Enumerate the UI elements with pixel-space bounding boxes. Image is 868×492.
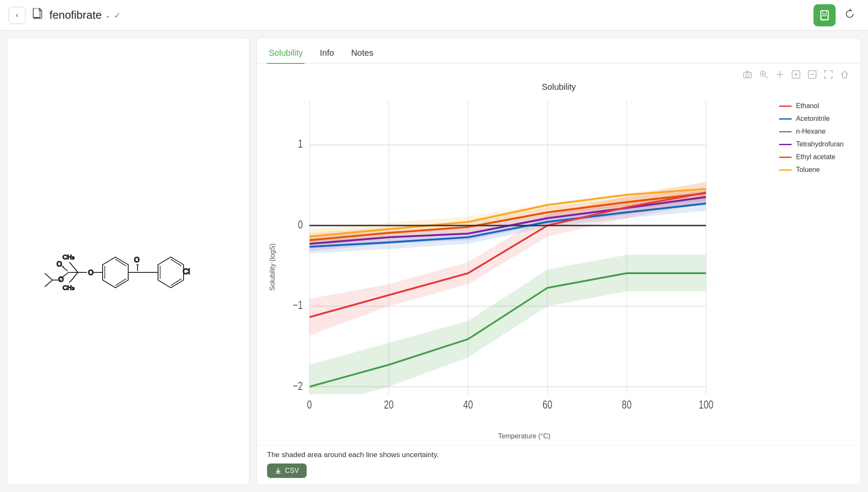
x-axis-label: Temperature (°C): [276, 431, 772, 440]
check-icon: ✓: [114, 10, 121, 20]
chart-container: Solubility (logS): [267, 94, 851, 440]
svg-point-36: [746, 74, 749, 77]
svg-marker-69: [310, 255, 706, 409]
legend-line-ethanol: [779, 106, 792, 107]
svg-text:−1: −1: [293, 298, 303, 312]
svg-text:O: O: [134, 256, 139, 263]
legend-item-toluene: Toluene: [779, 166, 844, 174]
legend-line-nhexane: [779, 131, 792, 132]
svg-line-38: [765, 76, 767, 78]
y-axis-label: Solubility (logS): [267, 94, 276, 440]
legend-label-thf: Tetrahydrofuran: [796, 140, 844, 148]
header-actions: [813, 4, 859, 26]
legend-line-ethylacetate: [779, 157, 792, 158]
tab-bar: Solubility Info Notes: [257, 38, 861, 63]
solubility-chart: 1 0 −1 −2 0 20 40 60 80 100: [276, 94, 772, 431]
svg-rect-76: [276, 473, 281, 474]
svg-text:O: O: [88, 269, 93, 276]
svg-rect-3: [821, 16, 828, 20]
molecule-structure: Cl O O: [30, 189, 226, 334]
legend-line-thf: [779, 144, 792, 145]
svg-line-21: [69, 272, 78, 283]
legend-label-toluene: Toluene: [796, 166, 820, 174]
svg-text:−2: −2: [293, 379, 303, 392]
svg-line-22: [69, 262, 78, 272]
legend-line-toluene: [779, 169, 792, 171]
chart-title: Solubility: [267, 82, 851, 92]
svg-rect-1: [821, 11, 828, 20]
home-button[interactable]: [839, 69, 851, 80]
legend-item-ethylacetate: Ethyl acetate: [779, 153, 844, 161]
uncertainty-text: The shaded area around each line shows u…: [267, 451, 851, 459]
title-area: fenofibrate ⌄ ✓: [49, 9, 807, 22]
legend-label-ethanol: Ethanol: [796, 102, 819, 110]
legend-line-acetonitrile: [779, 118, 792, 120]
svg-text:CH₃: CH₃: [63, 253, 75, 260]
svg-text:1: 1: [298, 137, 303, 151]
tab-info[interactable]: Info: [318, 43, 336, 64]
app-title: fenofibrate: [49, 9, 102, 22]
document-icon: [32, 8, 43, 23]
chart-footer: The shaded area around each line shows u…: [257, 445, 861, 485]
svg-text:0: 0: [298, 218, 303, 231]
fullscreen-button[interactable]: [822, 69, 834, 80]
legend-item-ethanol: Ethanol: [779, 102, 844, 110]
tab-solubility[interactable]: Solubility: [267, 43, 305, 64]
camera-button[interactable]: [742, 69, 753, 80]
chart-plot-area: 1 0 −1 −2 0 20 40 60 80 100: [276, 94, 772, 431]
svg-text:20: 20: [384, 398, 394, 411]
chart-toolbar: [267, 69, 851, 80]
svg-text:O: O: [57, 260, 62, 268]
svg-text:Cl: Cl: [183, 267, 190, 276]
svg-line-30: [45, 273, 52, 280]
header: ‹ fenofibrate ⌄ ✓: [0, 0, 868, 31]
molecule-panel: Cl O O: [7, 37, 250, 485]
svg-text:CH₃: CH₃: [63, 284, 75, 291]
chart-main: 1 0 −1 −2 0 20 40 60 80 100: [276, 94, 772, 440]
chevron-down-icon[interactable]: ⌄: [105, 12, 110, 19]
csv-download-button[interactable]: CSV: [267, 463, 307, 478]
svg-marker-4: [158, 257, 184, 288]
svg-text:O: O: [58, 276, 63, 283]
back-icon: ‹: [16, 11, 18, 20]
svg-text:40: 40: [463, 398, 473, 411]
csv-label: CSV: [285, 467, 299, 475]
zoom-button[interactable]: [758, 69, 770, 80]
legend-item-acetonitrile: Acetonitrile: [779, 115, 844, 123]
tab-notes[interactable]: Notes: [349, 43, 375, 64]
svg-marker-14: [103, 257, 128, 288]
legend-item-thf: Tetrahydrofuran: [779, 140, 844, 148]
svg-text:80: 80: [622, 398, 632, 411]
save-button[interactable]: [813, 4, 836, 26]
right-panel: Solubility Info Notes: [256, 37, 861, 485]
zoom-out-button[interactable]: [806, 69, 818, 80]
zoom-in-button[interactable]: [790, 69, 802, 80]
legend-label-acetonitrile: Acetonitrile: [796, 115, 830, 123]
refresh-button[interactable]: [841, 6, 859, 25]
crosshair-button[interactable]: [774, 69, 786, 80]
legend: Ethanol Acetonitrile n-Hexane Tetrahydro…: [772, 94, 851, 440]
svg-rect-2: [822, 11, 827, 14]
svg-line-31: [45, 280, 52, 287]
back-button[interactable]: ‹: [9, 7, 26, 24]
chart-area: Solubility Solubility (logS): [257, 63, 861, 445]
svg-line-25: [63, 267, 68, 271]
svg-text:60: 60: [543, 398, 552, 411]
svg-text:100: 100: [698, 398, 713, 411]
main-content: Cl O O: [0, 31, 868, 492]
legend-item-nhexane: n-Hexane: [779, 128, 844, 135]
svg-text:0: 0: [307, 398, 312, 411]
legend-label-ethylacetate: Ethyl acetate: [796, 153, 836, 161]
legend-label-nhexane: n-Hexane: [796, 128, 825, 135]
